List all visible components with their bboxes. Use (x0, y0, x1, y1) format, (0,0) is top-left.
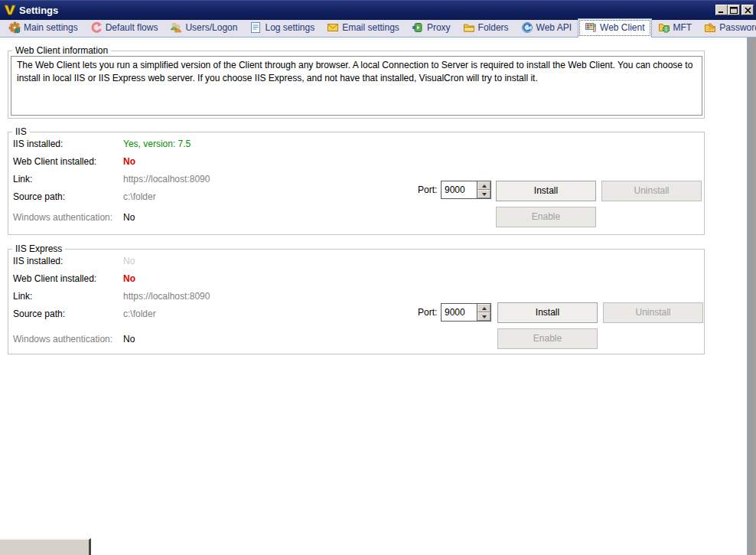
tab-label: Web Client (600, 22, 644, 33)
tab-web-client[interactable]: Web Client (578, 18, 651, 38)
gear-icon (8, 21, 21, 34)
window-title: Settings (19, 5, 58, 16)
background-window-fragment (0, 538, 91, 555)
row-label: Source path: (13, 309, 65, 319)
desktop-background-strip (748, 38, 756, 555)
iis-express-group: IIS Express IIS installed: No Web Client… (8, 249, 705, 354)
tab-label: Web API (536, 22, 572, 33)
tab-label: Default flows (106, 22, 158, 33)
row-label: Source path: (13, 191, 65, 202)
port-label: Port: (418, 307, 437, 318)
iis-express-port-down-button[interactable] (477, 312, 490, 321)
tab-label: Password rules (719, 22, 756, 33)
iis-installed-row: IIS installed: No (8, 256, 414, 268)
row-label: Web Client installed: (13, 273, 96, 284)
folder-pencil-icon (704, 21, 716, 34)
row-label: Windows authentication: (13, 212, 112, 223)
close-icon (745, 7, 751, 14)
tab-label: Email settings (342, 22, 399, 33)
visualcron-logo-icon (4, 4, 16, 16)
iis-express-enable-button[interactable]: Enable (497, 328, 598, 349)
group-title: IIS (12, 126, 30, 137)
iis-express-port-spinner (441, 303, 491, 322)
arrow-down-icon (482, 193, 487, 196)
source-path-row: Source path: c:\folder (8, 309, 414, 321)
web-client-installed-row: Web Client installed: No (8, 273, 414, 286)
row-value: No (123, 273, 135, 284)
iis-enable-button[interactable]: Enable (496, 207, 596, 227)
redo-arrow-icon (90, 21, 103, 34)
tab-main-settings[interactable]: Main settings (2, 19, 84, 37)
iis-express-port-up-button[interactable] (477, 304, 490, 312)
row-label: IIS installed: (13, 256, 63, 266)
tab-label: Log settings (265, 22, 314, 33)
maximize-icon (730, 7, 738, 14)
iis-install-button[interactable]: Install (496, 181, 596, 201)
source-path-row: Source path: c:\folder (8, 191, 414, 204)
tab-email-settings[interactable]: Email settings (321, 19, 406, 37)
web-client-installed-row: Web Client installed: No (8, 156, 414, 168)
row-value: c:\folder (123, 309, 156, 319)
screen: Settings Main settings (0, 0, 756, 555)
maximize-button[interactable] (728, 5, 740, 15)
tab-web-api[interactable]: Web API (515, 19, 578, 37)
row-value: No (123, 334, 135, 344)
windows-auth-row: Windows authentication: No (8, 212, 414, 224)
iis-port-input[interactable] (442, 181, 477, 198)
users-icon (170, 21, 182, 34)
row-label: Link: (13, 174, 32, 184)
proxy-plug-icon (412, 21, 424, 34)
arrow-down-icon (482, 315, 487, 318)
row-label: Link: (13, 291, 32, 302)
minimize-icon (718, 7, 725, 14)
row-value: Yes, version: 7.5 (123, 139, 191, 149)
row-label: IIS installed: (13, 139, 63, 149)
web-client-info-text-panel: The Web Client lets you run a simplified… (11, 56, 702, 116)
web-client-tab-page: Web Client information The Web Client le… (0, 38, 748, 555)
iis-installed-row: IIS installed: Yes, version: 7.5 (8, 139, 414, 151)
tab-password-rules[interactable]: Password rules (698, 19, 756, 37)
settings-tabstrip: Main settings Default flows Users/Logon (0, 20, 756, 38)
row-value: No (123, 256, 135, 266)
window-titlebar: Settings (0, 0, 756, 20)
web-client-information-group: Web Client information The Web Client le… (8, 51, 705, 119)
row-value: No (123, 156, 135, 167)
tab-label: Proxy (427, 22, 451, 33)
link-row: Link: https://localhost:8090 (8, 291, 414, 303)
log-document-icon (249, 21, 262, 34)
arrow-up-icon (482, 184, 487, 188)
folder-icon (463, 21, 475, 34)
tab-label: Users/Logon (185, 22, 237, 33)
windows-auth-row: Windows authentication: No (8, 334, 414, 346)
tab-label: MFT (673, 22, 692, 33)
tab-label: Main settings (24, 22, 78, 33)
port-label: Port: (418, 184, 437, 195)
iis-port-up-button[interactable] (477, 181, 490, 190)
row-value: https://localhost:8090 (123, 174, 210, 184)
tab-proxy[interactable]: Proxy (406, 19, 457, 37)
minimize-button[interactable] (715, 5, 728, 15)
row-value: c:\folder (123, 191, 156, 202)
tab-mft[interactable]: MFT (652, 19, 699, 37)
folder-globe-icon (658, 21, 670, 34)
group-title: IIS Express (12, 243, 65, 254)
iis-port-spinner (441, 181, 491, 199)
web-api-icon (521, 21, 533, 34)
iis-express-install-button[interactable]: Install (497, 302, 598, 323)
info-text: The Web Client lets you run a simplified… (17, 60, 692, 83)
iis-port-down-button[interactable] (477, 190, 490, 198)
tab-users-logon[interactable]: Users/Logon (164, 19, 243, 37)
iis-uninstall-button[interactable]: Uninstall (601, 181, 702, 201)
close-button[interactable] (741, 5, 754, 15)
group-title: Web Client information (12, 45, 111, 56)
tab-folders[interactable]: Folders (457, 19, 515, 37)
tab-log-settings[interactable]: Log settings (243, 19, 321, 37)
envelope-icon (327, 21, 339, 34)
link-row: Link: https://localhost:8090 (8, 174, 414, 186)
web-client-icon (585, 21, 597, 34)
tab-default-flows[interactable]: Default flows (84, 19, 165, 37)
iis-express-uninstall-button[interactable]: Uninstall (603, 302, 703, 323)
row-value: No (123, 212, 135, 223)
iis-group: IIS IIS installed: Yes, version: 7.5 Web… (8, 132, 705, 235)
iis-express-port-input[interactable] (442, 304, 477, 321)
